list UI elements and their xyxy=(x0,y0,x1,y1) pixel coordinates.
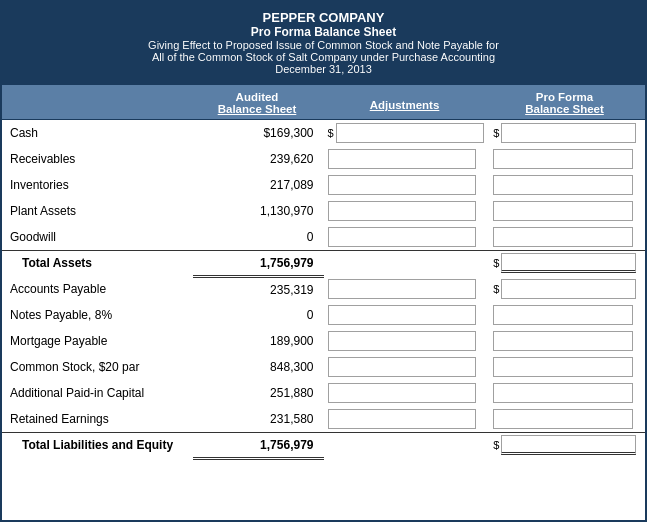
proforma-cell[interactable] xyxy=(489,224,645,250)
proforma-cell[interactable] xyxy=(489,380,645,406)
account-value: 239,620 xyxy=(193,146,324,172)
adjustment-cell[interactable] xyxy=(324,146,490,172)
account-label: Goodwill xyxy=(2,224,193,250)
account-value: 189,900 xyxy=(193,328,324,354)
proforma-input[interactable] xyxy=(501,435,636,455)
subtitle1: Giving Effect to Proposed Issue of Commo… xyxy=(6,39,641,51)
proforma-input[interactable] xyxy=(493,175,633,195)
proforma-input[interactable] xyxy=(493,383,633,403)
data-row: Plant Assets1,130,970 xyxy=(2,198,645,224)
account-value: 251,880 xyxy=(193,380,324,406)
adjustment-cell[interactable] xyxy=(324,432,490,458)
balance-sheet-table: Cash$169,300$$Receivables239,620Inventor… xyxy=(2,120,645,460)
proforma-cell[interactable] xyxy=(489,406,645,432)
account-value: 1,756,979 xyxy=(193,432,324,458)
data-row: Goodwill0 xyxy=(2,224,645,250)
adjustment-cell[interactable]: $ xyxy=(324,120,490,146)
proforma-input[interactable] xyxy=(493,357,633,377)
adjustment-cell[interactable] xyxy=(324,302,490,328)
adjustment-input[interactable] xyxy=(328,279,476,299)
data-row: Notes Payable, 8%0 xyxy=(2,302,645,328)
proforma-cell[interactable]: $ xyxy=(489,250,645,276)
adjustment-cell[interactable] xyxy=(324,406,490,432)
adjustment-input[interactable] xyxy=(328,383,476,403)
total-row: Total Liabilities and Equity1,756,979$ xyxy=(2,432,645,458)
column-headers: Audited Balance Sheet Adjustments Pro Fo… xyxy=(2,85,645,120)
adjustment-cell[interactable] xyxy=(324,250,490,276)
proforma-cell[interactable] xyxy=(489,328,645,354)
data-row: Inventories217,089 xyxy=(2,172,645,198)
adjustment-input[interactable] xyxy=(328,175,476,195)
proforma-input[interactable] xyxy=(501,253,636,273)
proforma-input[interactable] xyxy=(493,409,633,429)
data-row: Cash$169,300$$ xyxy=(2,120,645,146)
account-value: 0 xyxy=(193,302,324,328)
proforma-input[interactable] xyxy=(493,149,633,169)
proforma-input[interactable] xyxy=(501,279,636,299)
adjustment-cell[interactable] xyxy=(324,328,490,354)
proforma-cell[interactable]: $ xyxy=(489,276,645,302)
account-label: Total Assets xyxy=(2,250,193,276)
data-row: Accounts Payable235,319$ xyxy=(2,276,645,302)
proforma-cell[interactable] xyxy=(489,198,645,224)
account-value: 235,319 xyxy=(193,276,324,302)
company-name: PEPPER COMPANY xyxy=(6,10,641,25)
proforma-input[interactable] xyxy=(493,201,633,221)
data-row: Retained Earnings231,580 xyxy=(2,406,645,432)
account-label: Inventories xyxy=(2,172,193,198)
audited-col-header: Audited Balance Sheet xyxy=(192,91,322,115)
adjustment-input[interactable] xyxy=(336,123,484,143)
proforma-input[interactable] xyxy=(493,227,633,247)
account-value: 1,130,970 xyxy=(193,198,324,224)
proforma-cell[interactable] xyxy=(489,146,645,172)
account-label: Mortgage Payable xyxy=(2,328,193,354)
account-value: $169,300 xyxy=(193,120,324,146)
proforma-input[interactable] xyxy=(501,123,636,143)
dollar-sign-pf: $ xyxy=(493,127,499,139)
dollar-sign-pf: $ xyxy=(493,439,499,451)
adjustments-col-header: Adjustments xyxy=(322,91,487,115)
adjustment-input[interactable] xyxy=(328,409,476,429)
adjustment-input[interactable] xyxy=(328,357,476,377)
account-label: Total Liabilities and Equity xyxy=(2,432,193,458)
account-label: Common Stock, $20 par xyxy=(2,354,193,380)
adjustment-input[interactable] xyxy=(328,201,476,221)
adjustment-input[interactable] xyxy=(328,331,476,351)
subtitle2: All of the Common Stock of Salt Company … xyxy=(6,51,641,63)
proforma-cell[interactable]: $ xyxy=(489,432,645,458)
proforma-cell[interactable] xyxy=(489,172,645,198)
account-label: Plant Assets xyxy=(2,198,193,224)
account-value: 0 xyxy=(193,224,324,250)
total-row: Total Assets1,756,979$ xyxy=(2,250,645,276)
data-row: Receivables239,620 xyxy=(2,146,645,172)
account-value: 1,756,979 xyxy=(193,250,324,276)
account-value: 848,300 xyxy=(193,354,324,380)
report-header: PEPPER COMPANY Pro Forma Balance Sheet G… xyxy=(2,2,645,85)
report-container: PEPPER COMPANY Pro Forma Balance Sheet G… xyxy=(0,0,647,522)
proforma-cell[interactable] xyxy=(489,354,645,380)
account-value: 231,580 xyxy=(193,406,324,432)
account-label: Retained Earnings xyxy=(2,406,193,432)
proforma-input[interactable] xyxy=(493,331,633,351)
report-title: Pro Forma Balance Sheet xyxy=(6,25,641,39)
proforma-cell[interactable]: $ xyxy=(489,120,645,146)
adjustment-cell[interactable] xyxy=(324,198,490,224)
report-date: December 31, 2013 xyxy=(6,63,641,75)
adjustment-cell[interactable] xyxy=(324,172,490,198)
account-label: Notes Payable, 8% xyxy=(2,302,193,328)
account-label: Additional Paid-in Capital xyxy=(2,380,193,406)
data-row: Additional Paid-in Capital251,880 xyxy=(2,380,645,406)
proforma-col-header: Pro Forma Balance Sheet xyxy=(487,91,642,115)
adjustment-cell[interactable] xyxy=(324,380,490,406)
adjustment-cell[interactable] xyxy=(324,354,490,380)
proforma-cell[interactable] xyxy=(489,302,645,328)
account-value: 217,089 xyxy=(193,172,324,198)
adjustment-input[interactable] xyxy=(328,149,476,169)
account-label: Receivables xyxy=(2,146,193,172)
adjustment-cell[interactable] xyxy=(324,276,490,302)
adjustment-input[interactable] xyxy=(328,227,476,247)
dollar-sign-adj: $ xyxy=(328,127,334,139)
adjustment-cell[interactable] xyxy=(324,224,490,250)
proforma-input[interactable] xyxy=(493,305,633,325)
adjustment-input[interactable] xyxy=(328,305,476,325)
